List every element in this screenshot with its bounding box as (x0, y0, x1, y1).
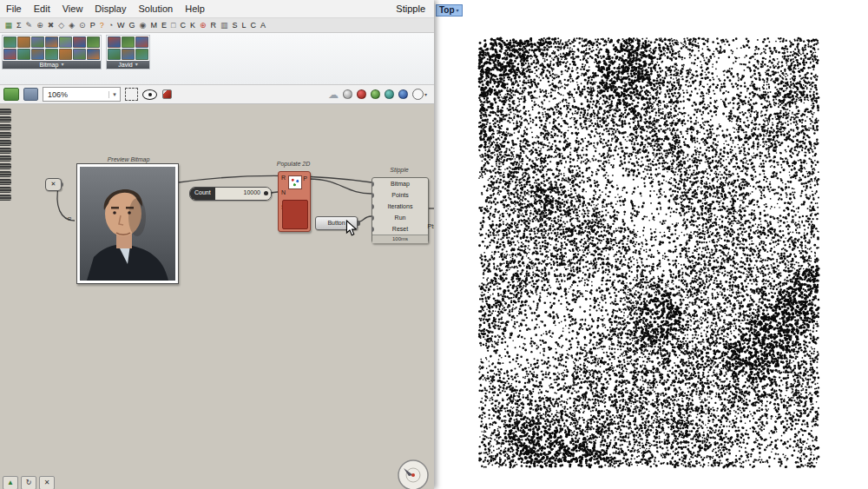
upload-button[interactable]: ▲ (3, 476, 18, 489)
zoom-select[interactable]: 106% ▾ (43, 87, 121, 102)
toolbar-icon[interactable] (3, 49, 16, 60)
menu-file[interactable]: File (0, 1, 28, 17)
component-tab[interactable]: ◔ (106, 19, 115, 32)
docked-panel-tab[interactable] (0, 195, 11, 201)
component-tab[interactable]: ◉ (137, 19, 148, 32)
docked-panel-tab[interactable] (0, 155, 11, 162)
docked-panel-tab[interactable] (0, 116, 11, 122)
stipple-input-reset[interactable]: Reset (372, 223, 428, 235)
green-sphere-icon[interactable] (371, 89, 380, 99)
toolbar-group-label[interactable]: Bitmap▾ (3, 61, 101, 69)
docked-panel-tab[interactable] (0, 179, 11, 185)
component-tab[interactable]: ◇ (56, 19, 67, 32)
toolbar-icon[interactable] (108, 49, 121, 60)
blue-globe-icon[interactable] (398, 89, 408, 99)
component-tab[interactable]: S (230, 19, 240, 32)
component-tab[interactable]: G (127, 19, 137, 32)
bitmap-file-icon[interactable] (3, 88, 19, 101)
preview-settings-dropdown[interactable]: ▾ (412, 89, 427, 100)
docked-panel-tab[interactable] (0, 109, 11, 115)
canvas-compass-widget[interactable] (396, 458, 431, 489)
rhino-viewport[interactable]: Top ▾ (434, 0, 868, 489)
component-tab[interactable]: ? (97, 19, 106, 32)
teal-globe-icon[interactable] (385, 89, 394, 99)
menu-help[interactable]: Help (179, 1, 211, 17)
chevron-down-icon[interactable]: ▾ (457, 5, 459, 16)
toolbar-icon[interactable] (45, 49, 58, 60)
toolbar-icon[interactable] (31, 49, 44, 60)
menu-solution[interactable]: Solution (132, 1, 179, 17)
docked-panel-tab[interactable] (0, 148, 11, 154)
toolbar-icon[interactable] (87, 49, 100, 60)
slider-knob[interactable] (264, 191, 268, 195)
docked-panel-tab[interactable] (0, 124, 11, 130)
component-tab[interactable]: ⊕ (35, 19, 46, 32)
component-tab[interactable]: □ (168, 19, 177, 32)
save-icon[interactable] (23, 88, 38, 101)
component-tab[interactable]: K (187, 19, 197, 32)
viewport-tab-top[interactable]: Top ▾ (436, 4, 463, 17)
component-tab[interactable]: W (115, 19, 128, 32)
toolbar-icon[interactable] (73, 49, 86, 60)
toolbar-group-label[interactable]: Javid▾ (107, 61, 149, 69)
cloud-display-icon[interactable]: ☁ (328, 89, 339, 100)
slider-track[interactable]: 10000 (215, 188, 271, 200)
toolbar-icon[interactable] (17, 36, 30, 48)
populate-2d-node[interactable]: R N S P (278, 171, 311, 232)
component-tab[interactable]: R (208, 19, 219, 32)
toolbar-icon[interactable] (17, 49, 30, 60)
stipple-input-bitmap[interactable]: Bitmap (372, 178, 428, 189)
stipple-input-points[interactable]: Points (372, 189, 428, 201)
preview-bitmap-node[interactable] (76, 163, 179, 284)
docked-panel-tab[interactable] (0, 132, 11, 138)
menu-edit[interactable]: Edit (28, 1, 56, 17)
history-button[interactable]: ↻ (21, 476, 36, 489)
stipple-output-pts[interactable]: Pts › (428, 223, 434, 229)
populate-input-n[interactable]: N (281, 189, 286, 195)
toolbar-icon[interactable] (73, 36, 86, 48)
preview-eye-icon[interactable] (142, 89, 157, 100)
component-tab[interactable]: Σ (15, 19, 24, 32)
bitmap-param-node[interactable]: ✕ (45, 178, 62, 191)
chevron-down-icon[interactable]: ▾ (135, 61, 138, 69)
component-tab[interactable]: A (259, 19, 268, 32)
stipple-input-run[interactable]: Run (372, 212, 428, 223)
component-tab[interactable]: L (240, 19, 248, 32)
component-tab[interactable]: ✖ (45, 19, 56, 32)
definition-canvas[interactable]: ✕ Preview Bitmap (0, 104, 434, 489)
component-tab[interactable]: M (148, 19, 160, 32)
component-tab[interactable]: E (159, 19, 168, 32)
menu-display[interactable]: Display (89, 1, 132, 17)
toolbar-icon[interactable] (45, 36, 58, 48)
selection-marquee-icon[interactable] (125, 88, 138, 101)
chevron-down-icon[interactable]: ▾ (61, 61, 63, 69)
toolbar-icon[interactable] (87, 36, 100, 48)
docked-panel-tab[interactable] (0, 163, 11, 169)
toolbar-icon[interactable] (122, 49, 135, 60)
toolbar-icon[interactable] (122, 36, 135, 48)
component-tab[interactable]: C (178, 19, 188, 32)
component-tab[interactable]: ⊛ (197, 19, 208, 32)
stipple-node[interactable]: BitmapPointsIterationsRunReset 100ms Pts… (372, 177, 429, 243)
component-tab[interactable]: ⊙ (77, 19, 89, 32)
populate-output-p[interactable]: P (303, 175, 307, 182)
count-slider-node[interactable]: Count 10000 (189, 187, 272, 201)
red-sphere-icon[interactable] (357, 89, 366, 99)
toolbar-icon[interactable] (59, 49, 72, 60)
docked-panel-tab[interactable] (0, 187, 11, 193)
toolbar-icon[interactable] (135, 36, 148, 48)
component-tab[interactable]: ✎ (23, 19, 35, 32)
toolbar-icon[interactable] (59, 36, 72, 48)
component-tab[interactable]: C (248, 19, 259, 32)
shaded-sphere-icon[interactable] (343, 89, 352, 99)
toolbar-icon[interactable] (135, 49, 148, 60)
component-tab[interactable]: ▥ (218, 19, 230, 32)
component-tab[interactable]: ◈ (67, 19, 77, 32)
paint-brush-icon[interactable] (161, 89, 173, 100)
toolbar-icon[interactable] (31, 36, 44, 48)
menu-view[interactable]: View (56, 1, 89, 17)
toolbar-icon[interactable] (108, 36, 121, 48)
docked-panel-tab[interactable] (0, 140, 11, 146)
stipple-input-iterations[interactable]: Iterations (372, 201, 428, 212)
component-tab[interactable]: ▦ (3, 19, 15, 32)
